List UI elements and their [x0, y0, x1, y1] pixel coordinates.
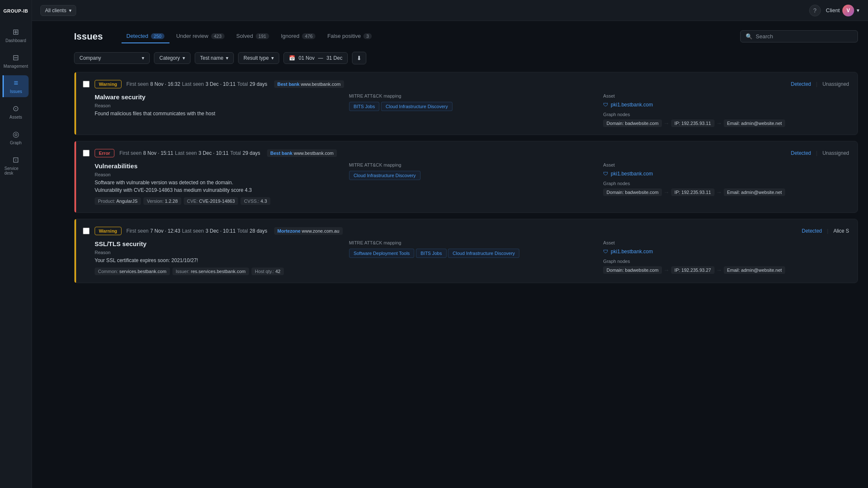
- tab-solved[interactable]: Solved 191: [231, 29, 274, 43]
- company-name: Best bank: [278, 82, 300, 87]
- sidebar-item-service-desk[interactable]: ⊡ Service desk: [3, 152, 29, 179]
- issue-right-col: Asset 🛡 pki1.bestbank.com Graph nodes Do…: [603, 93, 849, 127]
- tab-detected-label: Detected: [127, 33, 148, 39]
- issue-card: Warning First seen 8 Nov · 16:32 Last se…: [74, 72, 858, 135]
- sidebar-item-graph[interactable]: ◎ Graph: [3, 126, 29, 149]
- asset-label: Asset: [603, 162, 849, 167]
- asset-url: pki1.bestbank.com: [611, 249, 653, 255]
- page-header: Issues Detected 250 Under review 423 Sol…: [74, 29, 858, 43]
- mitre-tag[interactable]: BITS Jobs: [349, 102, 380, 111]
- client-selector-label: All clients: [45, 8, 66, 13]
- issue-meta: First seen 8 Nov · 16:32 Last seen 3 Dec…: [127, 81, 267, 87]
- sidebar-item-management[interactable]: ⊟ Management: [3, 50, 29, 72]
- result-type-filter-label: Result type: [243, 55, 269, 61]
- reason-text: Your SSL certificate expires soon: 2021/…: [95, 257, 341, 264]
- shield-icon: 🛡: [603, 171, 608, 177]
- mitre-label: MITRE ATT&CK mapping: [349, 93, 595, 98]
- sidebar-item-issues[interactable]: ≡ Issues: [3, 75, 29, 97]
- issue-body: Vulnerabilities Reason Software with vul…: [83, 162, 849, 205]
- tab-under-review[interactable]: Under review 423: [171, 29, 230, 43]
- severity-border: [74, 141, 76, 212]
- topbar: All clients ▾ ? Client V ▾: [32, 0, 868, 21]
- sidebar-item-assets[interactable]: ⊙ Assets: [3, 101, 29, 123]
- issue-title: Vulnerabilities: [95, 162, 341, 170]
- mitre-tag[interactable]: Software Deployment Tools: [349, 249, 415, 258]
- company-url: www.zone.com.au: [302, 228, 339, 233]
- issue-left-col: SSL/TLS security Reason Your SSL certifi…: [95, 240, 341, 275]
- graph-nodes-row: Domain: badwebsite.com→IP: 192.235.93.27…: [603, 266, 849, 274]
- graph-node: IP: 192.235.93.27: [671, 266, 715, 274]
- graph-node: Email: admin@website.net: [724, 266, 785, 274]
- mitre-tag[interactable]: Cloud Infrastructure Discovery: [349, 171, 421, 180]
- assigned-user: Alice S: [834, 228, 849, 234]
- result-type-filter[interactable]: Result type ▾: [238, 52, 279, 64]
- client-badge[interactable]: Client V ▾: [826, 5, 860, 16]
- graph-node: Domain: badwebsite.com: [603, 188, 662, 196]
- asset-value[interactable]: 🛡 pki1.bestbank.com: [603, 171, 849, 177]
- asset-value[interactable]: 🛡 pki1.bestbank.com: [603, 249, 849, 255]
- issues-icon: ≡: [14, 79, 19, 88]
- tab-false-positive[interactable]: False positive 3: [322, 29, 377, 43]
- sidebar-item-dashboard[interactable]: ⊞ Dashboard: [3, 24, 29, 46]
- category-filter-label: Category: [159, 55, 180, 61]
- issue-checkbox[interactable]: [83, 150, 90, 156]
- company-tag[interactable]: Best bank www.bestbank.com: [274, 80, 344, 88]
- category-filter[interactable]: Category ▾: [154, 52, 191, 64]
- issue-mid-col: MITRE ATT&CK mapping BITS Jobs Cloud Inf…: [349, 93, 595, 127]
- issue-body: SSL/TLS security Reason Your SSL certifi…: [83, 240, 849, 275]
- issue-status-right: Detected | Unassigned: [791, 81, 849, 87]
- tags-row: Product: AngularJSVersion: 1.2.28CVE: CV…: [95, 197, 341, 205]
- graph-node: Email: admin@website.net: [724, 188, 785, 196]
- sidebar-label-dashboard: Dashboard: [5, 38, 26, 43]
- tab-solved-count: 191: [256, 33, 269, 39]
- issue-header: Warning First seen 8 Nov · 16:32 Last se…: [83, 80, 849, 88]
- tab-false-positive-count: 3: [363, 33, 372, 39]
- company-tag[interactable]: Best bank www.bestbank.com: [267, 149, 337, 157]
- asset-value[interactable]: 🛡 pki1.bestbank.com: [603, 102, 849, 108]
- issue-checkbox[interactable]: [83, 81, 90, 88]
- tabs-container: Detected 250 Under review 423 Solved 191…: [122, 29, 377, 43]
- issue-checkbox[interactable]: [83, 228, 90, 234]
- mitre-tags: Cloud Infrastructure Discovery: [349, 171, 595, 183]
- severity-badge: Warning: [95, 227, 122, 235]
- issue-left-col: Malware security Reason Found malicious …: [95, 93, 341, 127]
- search-input[interactable]: [756, 33, 852, 40]
- issue-title: Malware security: [95, 93, 341, 101]
- issue-status-right: Detected | Alice S: [802, 228, 849, 234]
- mitre-tag[interactable]: Cloud Infrastructure Discovery: [448, 249, 519, 258]
- tab-ignored-label: Ignored: [281, 33, 299, 39]
- graph-node: IP: 192.235.93.11: [671, 188, 715, 196]
- status-detected: Detected: [802, 228, 822, 234]
- management-icon: ⊟: [13, 53, 19, 62]
- shield-icon: 🛡: [603, 249, 608, 255]
- date-separator: —: [318, 55, 323, 61]
- test-name-filter-label: Test name: [200, 55, 223, 61]
- tag: CVE: CVE-2019-14863: [184, 197, 238, 205]
- arrow-icon: →: [664, 120, 670, 127]
- asset-label: Asset: [603, 240, 849, 245]
- tab-detected[interactable]: Detected 250: [122, 29, 169, 43]
- help-button[interactable]: ?: [809, 5, 821, 16]
- asset-url: pki1.bestbank.com: [611, 102, 653, 108]
- tab-under-review-count: 423: [211, 33, 225, 39]
- date-range-filter[interactable]: 📅 01 Nov — 31 Dec: [283, 52, 348, 64]
- tag: Host qty.: 42: [251, 268, 284, 275]
- company-chevron-icon: ▾: [142, 55, 144, 61]
- client-selector[interactable]: All clients ▾: [40, 5, 76, 16]
- issue-header: Error First seen 8 Nov · 15:11 Last seen…: [83, 149, 849, 157]
- graph-nodes-label: Graph nodes: [603, 259, 849, 264]
- asset-label: Asset: [603, 93, 849, 98]
- graph-nodes-row: Domain: badwebsite.com→IP: 192.235.93.11…: [603, 119, 849, 127]
- tab-ignored[interactable]: Ignored 476: [276, 29, 320, 43]
- severity-badge: Warning: [95, 80, 122, 88]
- company-filter[interactable]: Company ▾: [74, 52, 150, 64]
- tab-under-review-label: Under review: [176, 33, 209, 39]
- company-tag[interactable]: Mortezone www.zone.com.au: [274, 227, 343, 235]
- test-name-filter[interactable]: Test name ▾: [195, 52, 234, 64]
- arrow-icon: →: [716, 189, 722, 196]
- download-button[interactable]: ⬇: [352, 52, 366, 64]
- mitre-tag[interactable]: BITS Jobs: [416, 249, 447, 258]
- mitre-tag[interactable]: Cloud Infrastructure Discovery: [381, 102, 453, 111]
- search-box[interactable]: 🔍: [740, 30, 858, 42]
- category-chevron-icon: ▾: [183, 55, 185, 61]
